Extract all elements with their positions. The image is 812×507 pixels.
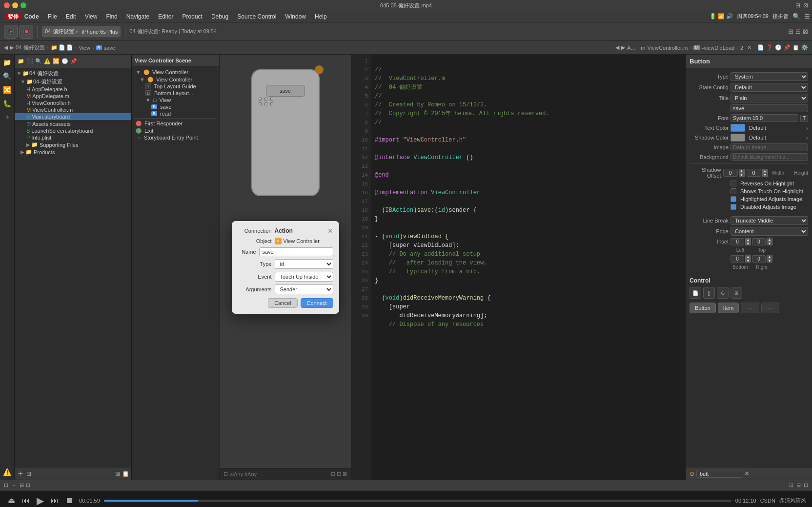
menu-navigate[interactable]: Navigate bbox=[122, 12, 153, 21]
video-stop[interactable]: ⏹ bbox=[63, 496, 75, 505]
nav-icon-2[interactable]: ⬛ bbox=[26, 58, 33, 64]
nav-bottom-icon3[interactable]: 📋 bbox=[122, 470, 129, 477]
font-btn[interactable]: T bbox=[800, 115, 808, 122]
tree-group-04[interactable]: ▼ 📁 04-偏好设置 bbox=[15, 78, 131, 86]
disclosure-vc[interactable]: ▼ bbox=[136, 69, 141, 75]
ib-toplayout[interactable]: T Top Layout Guide bbox=[134, 83, 217, 90]
menu-find[interactable]: Find bbox=[102, 12, 121, 21]
disclosure-view[interactable]: ▼ bbox=[145, 97, 151, 103]
breakpoint-icon[interactable]: ⊡ bbox=[26, 482, 30, 488]
nav-icon-7[interactable]: 📌 bbox=[70, 58, 77, 64]
run-button[interactable] bbox=[4, 25, 18, 39]
code-bc-3[interactable]: ViewController.m bbox=[647, 45, 688, 51]
search-icon[interactable]: 🔍 bbox=[792, 13, 800, 20]
disclosure-supporting[interactable]: ▶ bbox=[26, 142, 30, 147]
breadcrumb-folder[interactable]: 04-偏好设置 bbox=[16, 44, 45, 51]
code-bc-5[interactable]: -viewDidLoad bbox=[702, 45, 735, 51]
video-prev[interactable]: ⏮ bbox=[20, 496, 32, 505]
code-bc-6[interactable]: 2 bbox=[740, 45, 743, 51]
ctrl-btn-item[interactable]: Item bbox=[718, 303, 739, 313]
nav-icon-4[interactable]: ⚠️ bbox=[44, 58, 51, 64]
activity-debug[interactable]: 🐛 bbox=[1, 98, 13, 109]
code-nav-forward[interactable]: ▶ bbox=[621, 44, 625, 51]
nav-forward[interactable]: ▶ bbox=[10, 44, 14, 51]
tree-launchscreen[interactable]: S LaunchScreen.storyboard bbox=[15, 127, 131, 134]
quick-help-icon[interactable]: ❓ bbox=[766, 44, 773, 51]
nav-icon-1[interactable]: 📁 bbox=[18, 58, 24, 64]
ib-view[interactable]: ▼ □ View bbox=[134, 97, 217, 103]
file-icon[interactable]: 📄 bbox=[757, 44, 764, 51]
prop-bg-input[interactable] bbox=[731, 153, 808, 161]
nav-bottom-icon2[interactable]: ⊠ bbox=[115, 470, 120, 477]
inset-left[interactable] bbox=[731, 238, 744, 245]
tree-root[interactable]: ▼ 📁 04-偏好设置 bbox=[15, 69, 131, 78]
shadow-width-down[interactable]: ▼ bbox=[739, 173, 745, 177]
ctrl-btn-button[interactable]: Button bbox=[690, 303, 716, 313]
cancel-button[interactable]: Cancel bbox=[268, 298, 297, 308]
code-bc-close[interactable]: ✕ bbox=[747, 44, 751, 51]
status-add[interactable]: ＋ bbox=[11, 482, 17, 489]
menu-editor[interactable]: Editor bbox=[154, 12, 177, 21]
highlighted-checkbox[interactable] bbox=[731, 196, 736, 202]
inspector-clear-icon[interactable]: ✕ bbox=[744, 470, 750, 477]
menu-help[interactable]: Help bbox=[311, 12, 331, 21]
menu-debug[interactable]: Debug bbox=[207, 12, 232, 21]
shadow-color-swatch[interactable] bbox=[731, 134, 745, 142]
shadow-height-input[interactable] bbox=[747, 169, 761, 177]
layout-btn-2[interactable]: ⊟ bbox=[795, 28, 801, 35]
close-button[interactable] bbox=[4, 2, 10, 8]
tree-viewcontroller-h[interactable]: H ViewController.h bbox=[15, 100, 131, 106]
ib-vc-expand[interactable]: ▼ ⬤ View Controller bbox=[134, 76, 217, 83]
text-color-swatch[interactable] bbox=[731, 124, 745, 132]
layout-btn-3[interactable]: ⊠ bbox=[803, 28, 808, 35]
ctrl-btn-dashed-1[interactable]: ····· bbox=[741, 303, 759, 313]
ib-bottomlayout[interactable]: B Bottom Layout... bbox=[134, 90, 217, 97]
breadcrumb-view[interactable]: View bbox=[79, 45, 90, 51]
stop-button[interactable] bbox=[20, 25, 33, 39]
video-play[interactable]: ▶ bbox=[35, 495, 46, 507]
tree-supporting[interactable]: ▶ 📁 Supporting Files bbox=[15, 141, 131, 148]
dialog-type-select[interactable]: id bbox=[275, 259, 333, 269]
ctrl-btn-dashed-2[interactable]: ····· bbox=[761, 303, 779, 313]
text-color-arrow[interactable]: › bbox=[806, 124, 808, 132]
prop-type-select[interactable]: System bbox=[731, 72, 808, 81]
ctrl-icon-grid[interactable]: ⊞ bbox=[731, 287, 742, 299]
pin-icon[interactable]: 📌 bbox=[784, 44, 791, 51]
reverses-checkbox[interactable] bbox=[731, 181, 736, 186]
insp-icon-2[interactable]: 📋 bbox=[792, 44, 799, 51]
ib-first-responder[interactable]: ⬤ First Responder bbox=[134, 120, 217, 127]
code-content[interactable]: // // ViewController.m // 04-偏好设置 // // … bbox=[371, 55, 685, 480]
disclosure-products[interactable]: ▶ bbox=[20, 149, 24, 155]
shadow-width-input[interactable] bbox=[723, 169, 738, 177]
menu-source-control[interactable]: Source Control bbox=[233, 12, 280, 21]
inset-left-down[interactable]: ▼ bbox=[745, 242, 751, 245]
nav-icon-6[interactable]: 🕐 bbox=[61, 58, 68, 64]
activity-issues[interactable]: ⚠️ bbox=[1, 466, 13, 478]
ctrl-icon-code[interactable]: {} bbox=[703, 287, 715, 299]
disclosure-group[interactable]: ▼ bbox=[20, 79, 25, 84]
tree-main-storyboard[interactable]: S Main.storyboard bbox=[15, 113, 131, 120]
shows-checkbox[interactable] bbox=[731, 188, 736, 194]
nav-bottom-icon[interactable]: ⊟ bbox=[26, 470, 31, 477]
prop-edge-select[interactable]: Content bbox=[731, 227, 808, 236]
shadow-height-down[interactable]: ▼ bbox=[762, 173, 768, 177]
prop-state-select[interactable]: Default bbox=[731, 83, 808, 92]
inset-top[interactable] bbox=[752, 238, 766, 245]
ib-entry-point[interactable]: → Storyboard Entry Point bbox=[134, 134, 217, 141]
tree-viewcontroller-m[interactable]: M ViewController.m bbox=[15, 106, 131, 113]
menu-window[interactable]: Window bbox=[281, 12, 310, 21]
prop-linebreak-select[interactable]: Truncate Middle bbox=[731, 216, 808, 225]
ib-exit[interactable]: ⬤ Exit bbox=[134, 127, 217, 134]
activity-source-control[interactable]: 🔀 bbox=[1, 84, 13, 96]
nav-back[interactable]: ◀ bbox=[4, 44, 8, 51]
menu-view[interactable]: View bbox=[81, 12, 102, 21]
inspector-search-input[interactable] bbox=[700, 471, 739, 477]
traffic-lights[interactable] bbox=[4, 2, 26, 8]
breadcrumb-icons[interactable]: 📁📄📄 bbox=[51, 44, 73, 51]
ctrl-icon-circle[interactable]: ⊙ bbox=[717, 287, 729, 299]
tree-products[interactable]: ▶ 📁 Products bbox=[15, 148, 131, 156]
dialog-arguments-select[interactable]: Sender bbox=[275, 284, 333, 294]
tree-assets[interactable]: ⊡ Assets.xcassets bbox=[15, 120, 131, 127]
inset-top-down[interactable]: ▼ bbox=[767, 242, 772, 245]
activity-search[interactable]: 🔍 bbox=[1, 70, 13, 82]
